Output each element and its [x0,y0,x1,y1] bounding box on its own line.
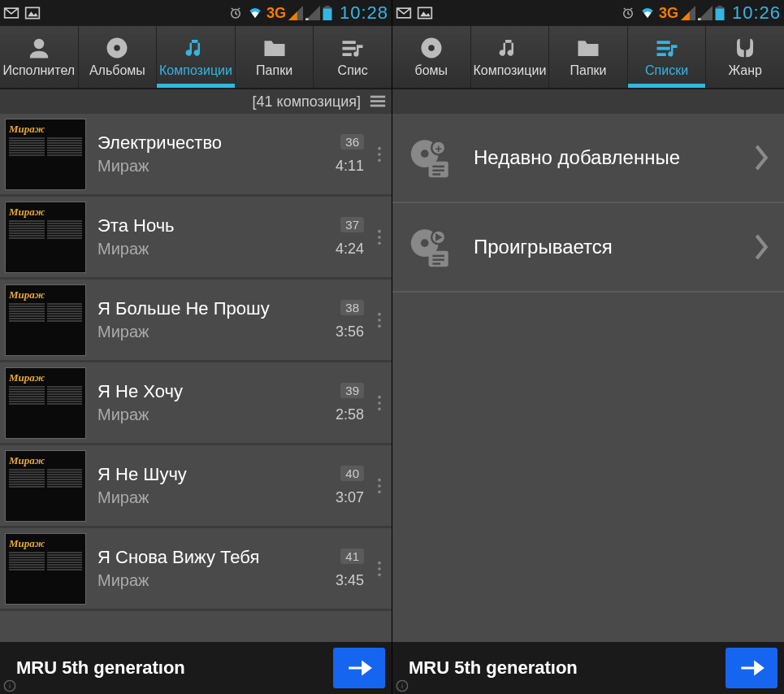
vertical-dots-icon [376,228,383,246]
artists-icon [27,36,51,60]
svg-rect-47 [698,18,701,20]
track-artist: Мираж [97,488,322,507]
track-menu-button[interactable] [367,311,392,329]
track-duration: 2:58 [336,406,364,423]
svg-rect-62 [432,170,444,171]
svg-point-21 [378,153,381,156]
svg-rect-1 [26,7,40,18]
tab-label: Композиции [473,63,546,78]
tab-folders[interactable]: Папки [236,26,314,88]
play-next-button[interactable] [726,648,778,688]
svg-point-29 [378,395,381,398]
tab-label: Композиции [159,63,232,78]
network-label: 3G [659,5,678,22]
tab-folders[interactable]: Папки [549,26,628,88]
svg-rect-10 [325,6,329,7]
svg-rect-71 [432,262,440,264]
svg-rect-7 [305,18,309,20]
track-row[interactable]: МиражЭлектричествоМираж364:11 [0,114,392,197]
svg-rect-61 [432,166,444,167]
track-row[interactable]: МиражЯ Не ШучуМираж403:07 [0,445,392,528]
svg-rect-15 [343,47,356,50]
albums-icon [105,36,129,60]
track-row[interactable]: МиражЭта НочьМираж374:24 [0,197,392,280]
svg-point-37 [378,573,381,576]
track-number: 39 [340,383,364,398]
svg-point-27 [378,319,381,322]
playlist-item-recent[interactable]: +Недавно добавленные [392,114,784,203]
status-bar: 3G 10:28 [0,0,392,26]
track-title: Я Не Шучу [97,464,322,485]
svg-point-34 [378,490,381,493]
tab-bar: ИсполнителАльбомыКомпозицииПапкиСпис [0,26,392,89]
tracks-icon [184,36,208,60]
clock: 10:28 [340,2,388,24]
svg-rect-49 [716,9,725,20]
track-menu-button[interactable] [367,228,392,246]
wifi-icon [639,6,656,20]
picture-icon [24,5,41,21]
svg-point-31 [378,407,381,410]
play-next-button[interactable] [333,648,385,688]
svg-point-57 [421,150,429,158]
svg-text:i: i [9,682,11,690]
track-artist: Мираж [97,571,322,590]
album-thumbnail: Мираж [5,202,86,273]
album-cover-title: Мираж [9,537,82,550]
track-row[interactable]: МиражЯ Снова Вижу ТебяМираж413:45 [0,528,392,611]
clock: 10:26 [732,2,781,24]
network-label: 3G [266,5,286,22]
track-duration: 3:56 [336,323,364,340]
svg-point-26 [378,312,381,315]
track-menu-button[interactable] [367,477,392,495]
svg-point-36 [378,567,381,570]
svg-point-22 [378,158,381,162]
svg-marker-45 [681,11,690,20]
tab-tracks[interactable]: Композиции [157,26,236,88]
tab-albums[interactable]: бомы [392,26,471,88]
album-cover-title: Мираж [9,123,82,136]
svg-point-28 [378,324,381,327]
signal-1-icon [288,6,303,20]
list-toggle-icon[interactable] [369,93,387,111]
svg-point-13 [115,45,121,51]
tab-genre[interactable]: Жанр [706,26,784,88]
track-row[interactable]: МиражЯ Больше Не ПрошуМираж383:56 [0,280,392,362]
tab-artists[interactable]: Исполнител [0,26,79,88]
svg-point-32 [378,478,381,481]
wifi-icon [246,6,264,20]
vertical-dots-icon [376,145,383,163]
svg-rect-69 [432,255,444,257]
svg-rect-70 [432,259,444,261]
track-title: Электричество [97,132,322,154]
svg-marker-42 [420,11,431,16]
svg-rect-55 [656,53,665,56]
svg-point-20 [378,146,381,150]
tab-tracks[interactable]: Композиции [471,26,550,88]
info-icon[interactable]: i [396,679,409,692]
playlist-item-playing[interactable]: Проигрывается [392,203,784,293]
now-playing-bar[interactable]: MRU 5th generatıon [392,642,784,694]
tab-lists[interactable]: Списки [628,26,707,88]
tab-albums[interactable]: Альбомы [79,26,158,88]
track-menu-button[interactable] [367,560,392,578]
track-menu-button[interactable] [367,394,392,412]
signal-2-icon [698,6,713,20]
track-duration: 3:07 [336,489,364,505]
status-bar: 3G 10:26 [392,0,784,26]
now-playing-bar[interactable]: MRU 5th generatıon [0,642,392,694]
recent-added-icon: + [407,134,454,181]
svg-rect-17 [370,96,385,98]
album-thumbnail: Мираж [5,367,86,439]
signal-2-icon [305,6,320,20]
arrow-right-icon [344,653,375,683]
svg-rect-53 [656,41,669,44]
info-icon[interactable]: i [3,679,16,692]
svg-point-65 [421,239,429,247]
track-number: 38 [340,300,364,315]
track-menu-button[interactable] [367,145,392,163]
now-playing-title: MRU 5th generatıon [409,657,726,679]
track-row[interactable]: МиражЯ Не ХочуМираж392:58 [0,362,392,445]
tab-label: Папки [570,63,606,78]
tab-lists[interactable]: Спис [314,26,392,88]
